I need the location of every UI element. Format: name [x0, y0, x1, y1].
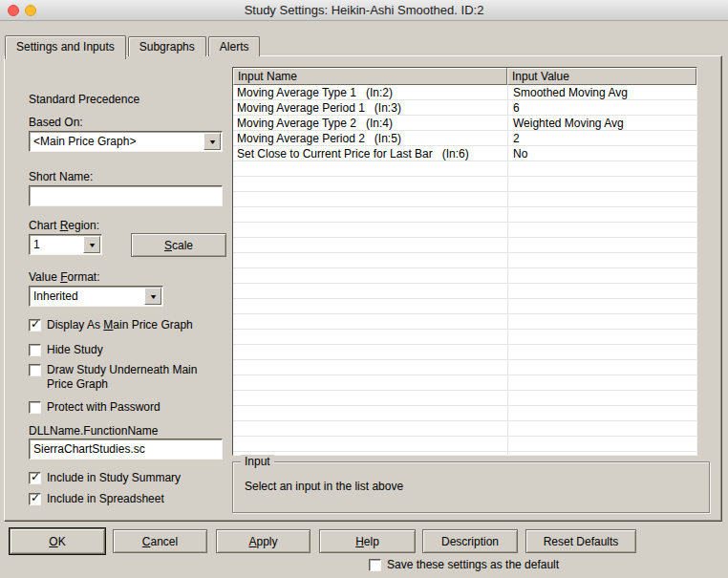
checkbox-include-in-study-summary[interactable]: Include in Study Summary: [29, 471, 181, 485]
input-value-cell[interactable]: No: [507, 147, 696, 161]
input-name-cell[interactable]: Set Close to Current Price for Last Bar …: [233, 147, 507, 161]
tab-label: Subgraphs: [139, 40, 195, 54]
checkbox-label: Include in Spreadsheet: [47, 492, 164, 506]
table-row[interactable]: Set Close to Current Price for Last Bar …: [233, 146, 696, 161]
input-name-cell[interactable]: Moving Average Type 1 (In:2): [233, 86, 507, 100]
cancel-button[interactable]: Cancel: [113, 529, 207, 553]
checkbox-box[interactable]: [29, 344, 41, 356]
reset-defaults-button-label: Reset Defaults: [544, 535, 619, 548]
input-groupbox-title: Input: [241, 455, 274, 469]
tab-label: Alerts: [220, 40, 249, 54]
help-button[interactable]: Help: [319, 529, 416, 553]
titlebar[interactable]: Study Settings: Heikin-Ashi Smoothed. ID…: [0, 0, 728, 21]
checkbox-box[interactable]: [369, 559, 381, 571]
description-button-label: Description: [441, 535, 499, 548]
checkbox-label: Hide Study: [47, 343, 103, 357]
value-format-label: Value Format:: [29, 270, 100, 284]
checkbox-box[interactable]: [29, 319, 41, 332]
scale-button[interactable]: Scale: [131, 233, 226, 257]
input-value-cell[interactable]: 6: [507, 101, 696, 116]
input-value-cell[interactable]: Weighted Moving Avg: [507, 117, 696, 131]
inputs-table: Input Name Input Value Moving Average Ty…: [232, 67, 697, 456]
table-row[interactable]: Moving Average Type 1 (In:2)Smoothed Mov…: [233, 85, 696, 100]
short-name-input[interactable]: [29, 185, 223, 206]
input-groupbox: Input Select an input in the list above: [232, 461, 710, 513]
cancel-button-label: Cancel: [142, 535, 178, 548]
checkbox-label: Include in Study Summary: [47, 471, 181, 485]
input-name-cell[interactable]: Moving Average Period 2 (In:5): [233, 132, 507, 146]
tab-settings-and-inputs[interactable]: Settings and Inputs: [5, 35, 126, 59]
inputs-table-header: Input Name Input Value: [233, 68, 696, 85]
dll-function-name-value: SierraChartStudies.sc: [33, 441, 145, 457]
checkbox-draw-study-underneath[interactable]: Draw Study Underneath Main Price Graph: [29, 363, 200, 392]
checkbox-label: Protect with Password: [47, 400, 161, 415]
short-name-label: Short Name:: [29, 170, 93, 183]
apply-button[interactable]: Apply: [216, 529, 310, 553]
tab-subgraphs[interactable]: Subgraphs: [128, 36, 206, 56]
table-row[interactable]: Moving Average Period 1 (In:3)6: [233, 100, 696, 116]
value-format-select[interactable]: Inherited ▼: [29, 286, 163, 307]
table-row[interactable]: Moving Average Period 2 (In:5)2: [233, 131, 696, 146]
input-name-column-header: Input Name: [233, 68, 507, 85]
input-value-column-header: Input Value: [507, 68, 696, 85]
checkbox-hide-study[interactable]: Hide Study: [29, 343, 103, 357]
minimize-button[interactable]: [25, 5, 36, 16]
checkbox-box[interactable]: [29, 493, 41, 505]
chart-region-label: Chart Region:: [29, 219, 99, 232]
tab-alerts[interactable]: Alerts: [208, 36, 261, 56]
tab-label: Settings and Inputs: [16, 40, 115, 54]
input-value-cell[interactable]: 2: [507, 132, 696, 146]
reset-defaults-button[interactable]: Reset Defaults: [525, 529, 636, 553]
checkbox-include-in-spreadsheet[interactable]: Include in Spreadsheet: [29, 492, 164, 506]
chart-region-value: 1: [33, 237, 40, 252]
checkbox-box[interactable]: [29, 401, 41, 414]
based-on-select[interactable]: <Main Price Graph> ▼: [29, 131, 223, 152]
ok-button-label: OK: [49, 535, 65, 548]
table-row[interactable]: Moving Average Type 2 (In:4)Weighted Mov…: [233, 116, 696, 131]
close-button[interactable]: [8, 5, 19, 16]
inputs-table-body: Moving Average Type 1 (In:2)Smoothed Mov…: [233, 85, 696, 455]
dll-function-name-input[interactable]: SierraChartStudies.sc: [29, 439, 223, 460]
based-on-value: <Main Price Graph>: [33, 134, 136, 149]
checkbox-display-as-main-price-graph[interactable]: Display As Main Price Graph: [29, 318, 193, 332]
based-on-label: Based On:: [29, 116, 83, 129]
settings-and-inputs-panel: Standard Precedence Based On: <Main Pric…: [4, 55, 722, 522]
help-button-label: Help: [355, 535, 379, 548]
chevron-down-icon[interactable]: ▼: [144, 288, 161, 305]
checkbox-save-settings-default[interactable]: Save these settings as the default: [369, 558, 559, 572]
chevron-down-icon[interactable]: ▼: [203, 133, 221, 150]
chevron-down-icon[interactable]: ▼: [83, 236, 100, 253]
window-title: Study Settings: Heikin-Ashi Smoothed. ID…: [0, 0, 728, 21]
checkbox-label: Display As Main Price Graph: [47, 318, 193, 332]
scale-button-label: Scale: [164, 239, 193, 252]
apply-button-label: Apply: [248, 535, 277, 548]
study-settings-dialog: Study Settings: Heikin-Ashi Smoothed. ID…: [0, 0, 728, 578]
dll-function-name-label: DLLName.FunctionName: [29, 424, 158, 438]
checkbox-protect-with-password[interactable]: Protect with Password: [29, 400, 161, 415]
checkbox-label: Draw Study Underneath Main Price Graph: [47, 363, 200, 392]
ok-button[interactable]: OK: [10, 528, 105, 554]
checkbox-label: Save these settings as the default: [387, 558, 559, 572]
tab-bar: Settings and Inputs Subgraphs Alerts: [5, 34, 262, 58]
checkbox-box[interactable]: [29, 472, 41, 484]
description-button[interactable]: Description: [422, 529, 518, 553]
input-groupbox-message: Select an input in the list above: [245, 480, 403, 494]
input-name-cell[interactable]: Moving Average Type 2 (In:4): [233, 117, 507, 131]
chart-region-select[interactable]: 1 ▼: [29, 234, 102, 255]
checkbox-box[interactable]: [29, 364, 41, 376]
value-format-value: Inherited: [33, 289, 78, 304]
input-value-cell[interactable]: Smoothed Moving Avg: [507, 86, 696, 100]
standard-precedence-label: Standard Precedence: [29, 93, 139, 106]
input-name-cell[interactable]: Moving Average Period 1 (In:3): [233, 101, 507, 116]
